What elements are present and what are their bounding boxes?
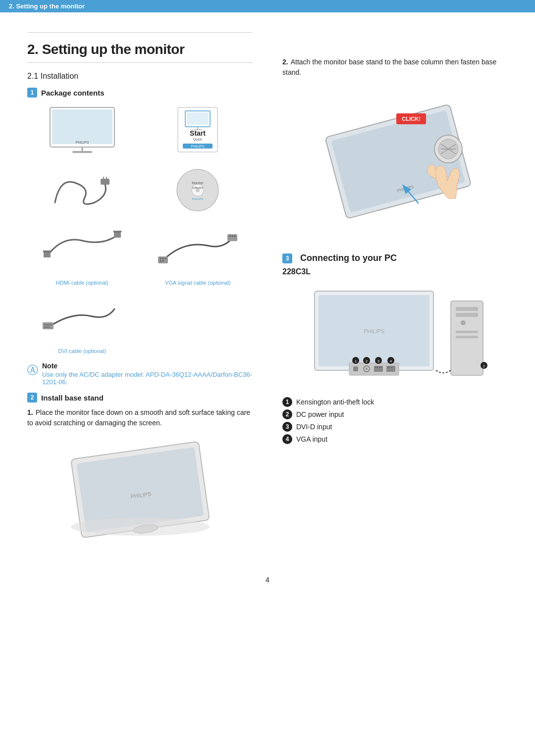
svg-text:Monitor: Monitor: [192, 181, 204, 185]
base-attach-illustration: PHILIPS CLICK!: [282, 85, 515, 243]
svg-text:3: 3: [377, 359, 380, 363]
svg-text:4: 4: [390, 359, 392, 363]
svg-rect-33: [227, 234, 237, 241]
badge-3-label: Connecting to your PC: [300, 253, 397, 263]
face-down-illustration: PHILIPS: [66, 435, 214, 544]
connector-badge-2: 2: [282, 409, 292, 419]
badge-2-label: Install base stand: [41, 394, 104, 402]
svg-point-41: [51, 324, 52, 325]
svg-point-67: [366, 368, 368, 370]
pkg-quickstart: Start Quick PHILIPS: [143, 102, 253, 157]
badge-package-contents: 1 Package contents: [27, 88, 253, 98]
pkg-vga: VGA signal cable (optional): [143, 223, 253, 286]
svg-rect-65: [353, 366, 358, 371]
note-text: Use only the AC/DC adapter model: APD-DA…: [42, 371, 253, 386]
hdmi-label: HDMI cable (optional): [56, 280, 108, 286]
section-title: 2. Setting up the monitor: [27, 42, 253, 57]
badge-install-base: 2 Install base stand: [27, 393, 253, 403]
vga-label: VGA signal cable (optional): [165, 280, 231, 286]
svg-point-75: [389, 367, 390, 368]
connector-list: 1 Kensington anti-theft lock 2 DC power …: [282, 397, 515, 444]
svg-point-31: [160, 260, 161, 262]
dvi-label: DVI cable (optional): [58, 348, 106, 354]
svg-rect-14: [101, 179, 109, 185]
connector-badge-3: 3: [282, 422, 292, 432]
svg-point-35: [232, 236, 233, 237]
svg-point-42: [45, 327, 46, 328]
svg-point-43: [47, 327, 48, 328]
pkg-cd: Monitor software PHILIPS: [143, 163, 253, 217]
connector-label-1: Kensington anti-theft lock: [296, 398, 374, 406]
svg-rect-37: [43, 322, 54, 329]
svg-rect-25: [114, 233, 121, 238]
svg-point-74: [387, 367, 388, 368]
connector-illustration: PHILIPS: [282, 281, 515, 390]
svg-rect-89: [456, 331, 478, 333]
svg-point-88: [461, 320, 466, 325]
svg-text:PHILIPS: PHILIPS: [75, 141, 89, 144]
connector-badge-1: 1: [282, 397, 292, 407]
step-2-text: 2.Attach the monitor base stand to the b…: [282, 57, 515, 78]
svg-marker-24: [43, 251, 52, 252]
svg-point-44: [49, 327, 50, 328]
svg-point-70: [377, 367, 378, 368]
step-1-text: 1.Place the monitor face down on a smoot…: [27, 407, 253, 428]
svg-marker-26: [113, 231, 122, 233]
svg-point-30: [165, 258, 166, 259]
badge-2-icon: 2: [27, 393, 37, 403]
svg-rect-27: [158, 256, 168, 263]
svg-point-76: [391, 367, 392, 368]
svg-point-38: [45, 324, 46, 325]
connecting-section: 3 Connecting to your PC: [282, 253, 515, 263]
connector-badge-4: 4: [282, 434, 292, 444]
note-title: Note: [42, 362, 253, 370]
model-label: 228C3L: [282, 267, 515, 276]
svg-point-39: [47, 324, 48, 325]
note-box: Ⓐ Note Use only the AC/DC adapter model:…: [27, 362, 253, 386]
section-divider-2: [27, 62, 253, 63]
svg-point-40: [49, 324, 50, 325]
svg-point-34: [229, 236, 231, 237]
connector-item-1: 1 Kensington anti-theft lock: [282, 397, 515, 407]
svg-rect-73: [386, 366, 395, 372]
svg-rect-68: [374, 366, 383, 372]
pkg-hdmi: HDMI cable (optional): [27, 223, 137, 286]
svg-point-29: [162, 258, 164, 259]
svg-text:2: 2: [483, 364, 485, 368]
package-grid: PHILIPS Start: [27, 102, 253, 354]
connector-label-2: DC power input: [296, 410, 344, 418]
connector-label-4: VGA input: [296, 435, 327, 443]
svg-rect-3: [72, 151, 92, 153]
pkg-dvi: DVI cable (optional): [27, 292, 137, 354]
svg-point-49: [71, 518, 210, 536]
svg-text:1: 1: [355, 359, 357, 363]
badge-3-icon: 3: [282, 253, 292, 263]
svg-rect-7: [187, 112, 209, 125]
svg-rect-90: [456, 336, 478, 338]
svg-text:CLICK!: CLICK!: [402, 116, 420, 122]
badge-1-icon: 1: [27, 88, 37, 98]
svg-point-28: [160, 258, 161, 259]
note-icon: Ⓐ: [27, 363, 38, 378]
step-2-container: 2.Attach the monitor base stand to the b…: [282, 57, 515, 78]
svg-point-69: [375, 367, 376, 368]
svg-rect-87: [456, 313, 478, 317]
pkg-monitor: PHILIPS: [27, 102, 137, 157]
section-divider: [27, 32, 253, 33]
svg-point-36: [234, 236, 236, 237]
subsection-installation: 2.1 Installation: [27, 72, 253, 81]
svg-text:Quick: Quick: [193, 138, 202, 142]
svg-rect-23: [44, 252, 51, 257]
svg-text:2: 2: [366, 359, 368, 363]
svg-text:software: software: [192, 186, 204, 189]
svg-text:Start: Start: [190, 129, 206, 137]
connector-item-4: 4 VGA input: [282, 434, 515, 444]
svg-rect-1: [52, 109, 112, 144]
svg-rect-86: [456, 307, 478, 311]
badge-1-label: Package contents: [41, 89, 105, 97]
svg-text:PHILIPS: PHILIPS: [192, 198, 204, 201]
svg-point-32: [162, 260, 164, 262]
breadcrumb: 2. Setting up the monitor: [0, 0, 535, 12]
connector-label-3: DVI-D input: [296, 423, 332, 431]
svg-point-72: [381, 367, 382, 368]
